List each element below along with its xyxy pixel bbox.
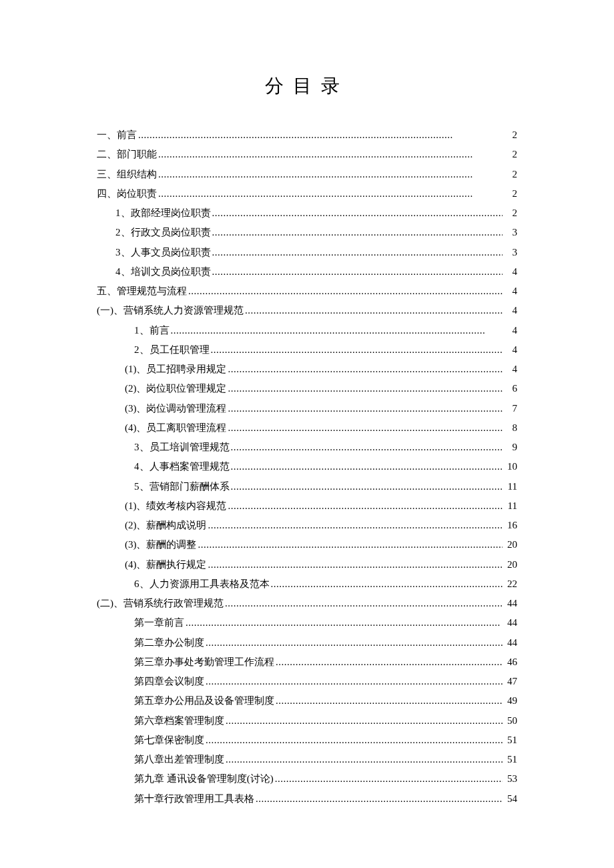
toc-leader-dots	[197, 535, 503, 554]
toc-entry: 1、前言4	[97, 321, 517, 340]
toc-leader-dots	[224, 711, 503, 731]
toc-leader-dots	[137, 125, 503, 145]
toc-page-number: 10	[503, 457, 517, 476]
toc-page-number: 11	[503, 496, 517, 516]
toc-leader-dots	[210, 340, 503, 360]
toc-entry: 第四章会议制度47	[97, 672, 517, 691]
toc-leader-dots	[211, 223, 503, 242]
toc-page-number: 22	[503, 574, 517, 594]
toc-entry: 4、人事档案管理规范10	[97, 457, 517, 476]
toc-label: 第一章前言	[134, 613, 184, 632]
toc-entry: 第九章 通讯设备管理制度(讨论)53	[97, 769, 517, 789]
toc-page-number: 20	[503, 535, 517, 554]
toc-leader-dots	[204, 672, 503, 691]
toc-label: 五、管理规范与流程	[97, 282, 187, 301]
toc-page-number: 50	[503, 711, 517, 731]
toc-page-number: 46	[503, 653, 517, 672]
toc-entry: 第十章行政管理用工具表格54	[97, 789, 517, 809]
toc-label: (4)、员工离职管理流程	[125, 418, 227, 438]
toc-leader-dots	[270, 574, 503, 594]
toc-page-number: 3	[503, 243, 517, 262]
toc-page-number: 4	[503, 340, 517, 360]
toc-label: (2)、薪酬构成说明	[125, 516, 207, 535]
toc-page-number: 8	[503, 418, 517, 438]
toc-leader-dots	[227, 399, 503, 418]
toc-leader-dots	[230, 457, 503, 476]
toc-leader-dots	[230, 438, 503, 457]
toc-leader-dots	[244, 301, 503, 320]
toc-label: 4、人事档案管理规范	[134, 457, 230, 476]
toc-page-number: 54	[503, 789, 517, 809]
toc-label: (一)、营销系统人力资源管理规范	[97, 301, 244, 320]
toc-page-number: 2	[503, 184, 517, 203]
toc-page-number: 11	[503, 477, 517, 496]
toc-entry: 第一章前言44	[97, 613, 517, 632]
toc-leader-dots	[204, 633, 503, 653]
toc-entry: 三、组织结构2	[97, 165, 517, 184]
toc-leader-dots	[230, 477, 503, 496]
toc-entry: 四、岗位职责2	[97, 184, 517, 203]
toc-leader-dots	[227, 379, 503, 398]
toc-label: (3)、岗位调动管理流程	[125, 399, 227, 418]
toc-entry: 4、培训文员岗位职责4	[97, 262, 517, 282]
toc-entry: 3、人事文员岗位职责3	[97, 243, 517, 262]
toc-label: 三、组织结构	[97, 165, 157, 184]
toc-page-number: 16	[503, 516, 517, 535]
toc-entry: 第五章办公用品及设备管理制度49	[97, 691, 517, 711]
toc-page-number: 53	[503, 769, 517, 789]
toc-label: 2、员工任职管理	[134, 340, 210, 360]
toc-page-number: 2	[503, 203, 517, 223]
toc-entry: (4)、薪酬执行规定20	[97, 555, 517, 574]
toc-leader-dots	[274, 653, 503, 672]
toc-page-number: 6	[503, 379, 517, 398]
toc-leader-dots	[227, 360, 503, 379]
toc-leader-dots	[224, 750, 503, 769]
toc-label: 四、岗位职责	[97, 184, 157, 203]
toc-leader-dots	[170, 321, 503, 340]
toc-label: 第八章出差管理制度	[134, 750, 224, 769]
toc-label: 3、人事文员岗位职责	[115, 243, 211, 262]
toc-label: 1、前言	[134, 321, 170, 340]
toc-label: 第五章办公用品及设备管理制度	[134, 691, 274, 711]
toc-label: 第九章 通讯设备管理制度(讨论)	[134, 769, 274, 789]
toc-label: (1)、绩效考核内容规范	[125, 496, 227, 516]
toc-page-number: 3	[503, 223, 517, 242]
toc-label: 3、员工培训管理规范	[134, 438, 230, 457]
toc-leader-dots	[157, 145, 503, 164]
toc-entry: 五、管理规范与流程4	[97, 282, 517, 301]
toc-entry: 5、营销部门薪酬体系11	[97, 477, 517, 496]
toc-page-number: 2	[503, 165, 517, 184]
toc-page-number: 4	[503, 301, 517, 320]
toc-label: (3)、薪酬的调整	[125, 535, 197, 554]
toc-label: 二、部门职能	[97, 145, 157, 164]
toc-leader-dots	[207, 516, 503, 535]
toc-page-number: 51	[503, 750, 517, 769]
toc-leader-dots	[211, 262, 503, 282]
toc-entry: 第七章保密制度51	[97, 731, 517, 750]
toc-label: 第十章行政管理用工具表格	[134, 789, 254, 809]
toc-entry: 6、人力资源用工具表格及范本22	[97, 574, 517, 594]
toc-page-number: 9	[503, 438, 517, 457]
toc-leader-dots	[204, 731, 503, 750]
toc-leader-dots	[254, 789, 503, 809]
toc-label: 2、行政文员岗位职责	[115, 223, 211, 242]
toc-label: 第六章档案管理制度	[134, 711, 224, 731]
toc-leader-dots	[227, 496, 503, 516]
toc-label: 第二章办公制度	[134, 633, 204, 653]
toc-leader-dots	[211, 243, 503, 262]
toc-label: 6、人力资源用工具表格及范本	[134, 574, 270, 594]
toc-label: 4、培训文员岗位职责	[115, 262, 211, 282]
toc-entry: 1、政部经理岗位职责2	[97, 203, 517, 223]
toc-page-number: 4	[503, 360, 517, 379]
toc-entry: 第三章办事处考勤管理工作流程46	[97, 653, 517, 672]
toc-entry: (一)、营销系统人力资源管理规范4	[97, 301, 517, 320]
toc-entry: (2)、岗位职位管理规定6	[97, 379, 517, 398]
toc-page-number: 20	[503, 555, 517, 574]
toc-page-number: 2	[503, 145, 517, 164]
toc-leader-dots	[224, 594, 503, 613]
toc-page-number: 7	[503, 399, 517, 418]
table-of-contents: 一、前言2二、部门职能2三、组织结构2四、岗位职责21、政部经理岗位职责22、行…	[97, 125, 517, 809]
toc-leader-dots	[207, 555, 503, 574]
toc-page-number: 44	[503, 613, 517, 632]
toc-label: 1、政部经理岗位职责	[115, 203, 211, 223]
